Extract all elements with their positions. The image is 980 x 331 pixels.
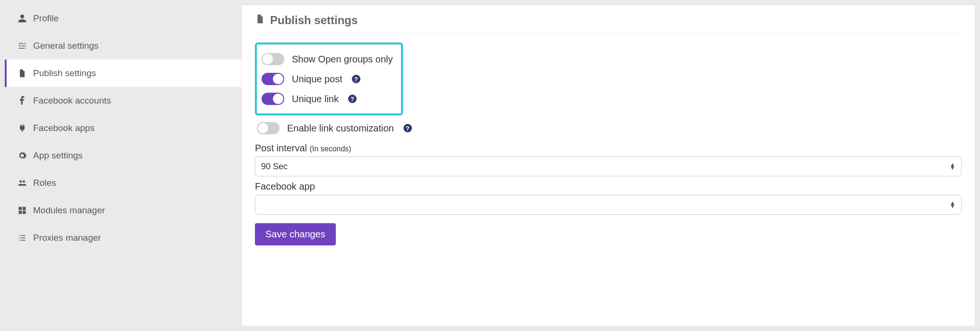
- facebook-app-label: Facebook app: [255, 181, 962, 192]
- grid-icon: [17, 206, 27, 215]
- sidebar-item-label: Roles: [33, 178, 56, 188]
- toggle-show-open-groups[interactable]: [262, 53, 284, 65]
- sidebar-item-label: Proxies manager: [33, 233, 101, 243]
- sliders-icon: [17, 41, 27, 51]
- sidebar-item-label: Facebook accounts: [33, 96, 111, 106]
- sidebar-item-label: Publish settings: [33, 68, 96, 78]
- main-panel: Publish settings Show Open groups only U…: [241, 5, 975, 326]
- save-button[interactable]: Save changes: [255, 223, 336, 245]
- toggle-label: Show Open groups only: [292, 54, 393, 65]
- sidebar-item-modules-manager[interactable]: Modules manager: [5, 197, 241, 224]
- list-icon: [17, 233, 27, 243]
- help-icon[interactable]: ?: [403, 124, 412, 132]
- facebook-app-select[interactable]: ▲▼: [255, 195, 962, 215]
- sidebar-item-facebook-accounts[interactable]: Facebook accounts: [5, 87, 241, 114]
- label-sub: (In seconds): [310, 145, 351, 153]
- chevron-updown-icon: ▲▼: [950, 163, 955, 170]
- sidebar-item-app-settings[interactable]: App settings: [5, 142, 241, 169]
- page-title: Publish settings: [255, 14, 962, 34]
- toggle-row-show-open-groups: Show Open groups only: [260, 49, 394, 69]
- sidebar-item-label: General settings: [33, 41, 98, 51]
- toggle-row-unique-post: Unique post ?: [260, 69, 394, 89]
- cogs-icon: [17, 151, 27, 160]
- toggle-label: Unique link: [292, 94, 339, 105]
- toggle-unique-link[interactable]: [262, 93, 284, 105]
- help-icon[interactable]: ?: [352, 75, 360, 83]
- sidebar-item-roles[interactable]: Roles: [5, 169, 241, 197]
- toggle-row-unique-link: Unique link ?: [260, 89, 394, 109]
- user-icon: [17, 14, 27, 23]
- toggle-label: Unique post: [292, 74, 342, 85]
- sidebar-item-facebook-apps[interactable]: Facebook apps: [5, 114, 241, 142]
- sidebar-item-label: App settings: [33, 150, 83, 161]
- plug-icon: [17, 123, 27, 133]
- sidebar-item-label: Profile: [33, 13, 59, 24]
- toggle-unique-post[interactable]: [262, 73, 284, 85]
- page-title-text: Publish settings: [270, 14, 358, 27]
- sidebar: Profile General settings Publish setting…: [5, 5, 241, 326]
- highlight-box: Show Open groups only Unique post ? Uniq…: [255, 43, 403, 115]
- post-interval-select[interactable]: 90 Sec ▲▼: [255, 157, 962, 176]
- help-icon[interactable]: ?: [348, 95, 357, 103]
- toggle-label: Enable link customization: [287, 123, 394, 134]
- post-interval-label: Post interval (In seconds): [255, 143, 962, 154]
- sidebar-item-general-settings[interactable]: General settings: [5, 32, 241, 60]
- label-text: Post interval: [255, 143, 307, 153]
- file-icon: [255, 14, 265, 27]
- file-icon: [17, 69, 27, 78]
- users-icon: [17, 178, 27, 188]
- sidebar-item-label: Facebook apps: [33, 123, 95, 133]
- label-text: Facebook app: [255, 181, 315, 192]
- sidebar-item-proxies-manager[interactable]: Proxies manager: [5, 224, 241, 252]
- sidebar-item-profile[interactable]: Profile: [5, 5, 241, 32]
- chevron-updown-icon: ▲▼: [950, 201, 955, 208]
- sidebar-item-label: Modules manager: [33, 205, 105, 216]
- toggle-row-enable-link-customization: Enable link customization ?: [255, 118, 962, 138]
- toggle-enable-link-customization[interactable]: [257, 122, 280, 134]
- select-value: 90 Sec: [261, 162, 288, 172]
- sidebar-item-publish-settings[interactable]: Publish settings: [5, 60, 241, 87]
- facebook-icon: [17, 96, 27, 105]
